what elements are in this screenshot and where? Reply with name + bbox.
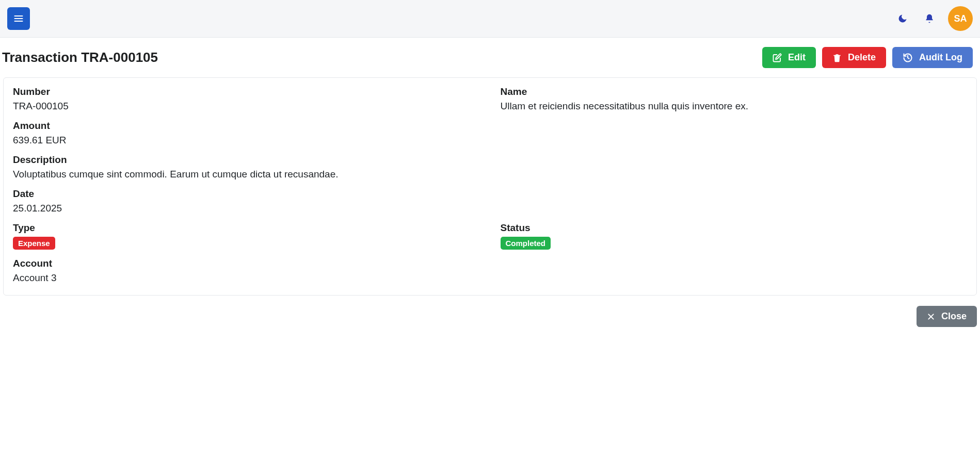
- detail-row-number-name: Number TRA-000105 Name Ullam et reiciend…: [13, 86, 967, 112]
- audit-log-button[interactable]: Audit Log: [892, 47, 973, 68]
- footer-actions: Close: [0, 296, 980, 327]
- avatar[interactable]: SA: [948, 6, 973, 31]
- action-buttons: Edit Delete Audit Log: [762, 47, 979, 68]
- edit-button[interactable]: Edit: [762, 47, 816, 68]
- label-description: Description: [13, 154, 967, 166]
- delete-button[interactable]: Delete: [822, 47, 886, 68]
- transaction-detail-card: Number TRA-000105 Name Ullam et reiciend…: [3, 77, 977, 296]
- close-button[interactable]: Close: [917, 306, 977, 327]
- page-container: Transaction TRA-000105 Edit Delete: [0, 38, 980, 337]
- detail-grid: Number TRA-000105 Name Ullam et reiciend…: [13, 86, 967, 284]
- field-account: Account Account 3: [13, 258, 967, 284]
- field-name: Name Ullam et reiciendis necessitatibus …: [501, 86, 968, 112]
- status-badge: Completed: [501, 237, 551, 250]
- value-amount: 639.61 EUR: [13, 135, 967, 146]
- detail-row-type-status: Type Expense Status Completed: [13, 222, 967, 250]
- hamburger-icon: [13, 13, 24, 24]
- history-icon: [903, 53, 913, 63]
- detail-row-date: Date 25.01.2025: [13, 188, 967, 214]
- field-status: Status Completed: [501, 222, 968, 250]
- value-number: TRA-000105: [13, 101, 480, 112]
- value-description: Voluptatibus cumque sint commodi. Earum …: [13, 169, 967, 180]
- detail-row-description: Description Voluptatibus cumque sint com…: [13, 154, 967, 180]
- label-date: Date: [13, 188, 967, 200]
- label-amount: Amount: [13, 120, 967, 132]
- label-account: Account: [13, 258, 967, 269]
- label-number: Number: [13, 86, 480, 97]
- value-name: Ullam et reiciendis necessitatibus nulla…: [501, 101, 968, 112]
- type-badge: Expense: [13, 237, 55, 250]
- value-account: Account 3: [13, 272, 967, 284]
- label-type: Type: [13, 222, 480, 234]
- field-amount: Amount 639.61 EUR: [13, 120, 967, 146]
- detail-row-account: Account Account 3: [13, 258, 967, 284]
- label-name: Name: [501, 86, 968, 97]
- close-button-label: Close: [941, 311, 967, 322]
- moon-icon: [897, 13, 908, 24]
- edit-button-label: Edit: [788, 52, 806, 63]
- field-type: Type Expense: [13, 222, 480, 250]
- pencil-icon: [773, 53, 782, 62]
- dark-mode-toggle[interactable]: [894, 10, 911, 27]
- menu-toggle-button[interactable]: [7, 7, 30, 30]
- value-date: 25.01.2025: [13, 203, 967, 214]
- avatar-initials: SA: [954, 13, 967, 24]
- audit-log-button-label: Audit Log: [919, 52, 962, 63]
- field-date: Date 25.01.2025: [13, 188, 967, 214]
- detail-row-amount: Amount 639.61 EUR: [13, 120, 967, 146]
- bell-icon: [924, 13, 935, 24]
- header-left: [7, 7, 30, 30]
- header-right: SA: [894, 6, 973, 31]
- field-number: Number TRA-000105: [13, 86, 480, 112]
- label-status: Status: [501, 222, 968, 234]
- trash-icon: [832, 53, 842, 62]
- app-header: SA: [0, 0, 980, 38]
- close-icon: [927, 313, 935, 321]
- delete-button-label: Delete: [848, 52, 876, 63]
- field-description: Description Voluptatibus cumque sint com…: [13, 154, 967, 180]
- page-title-row: Transaction TRA-000105 Edit Delete: [0, 38, 980, 77]
- page-title: Transaction TRA-000105: [1, 50, 158, 66]
- notifications-button[interactable]: [921, 10, 938, 27]
